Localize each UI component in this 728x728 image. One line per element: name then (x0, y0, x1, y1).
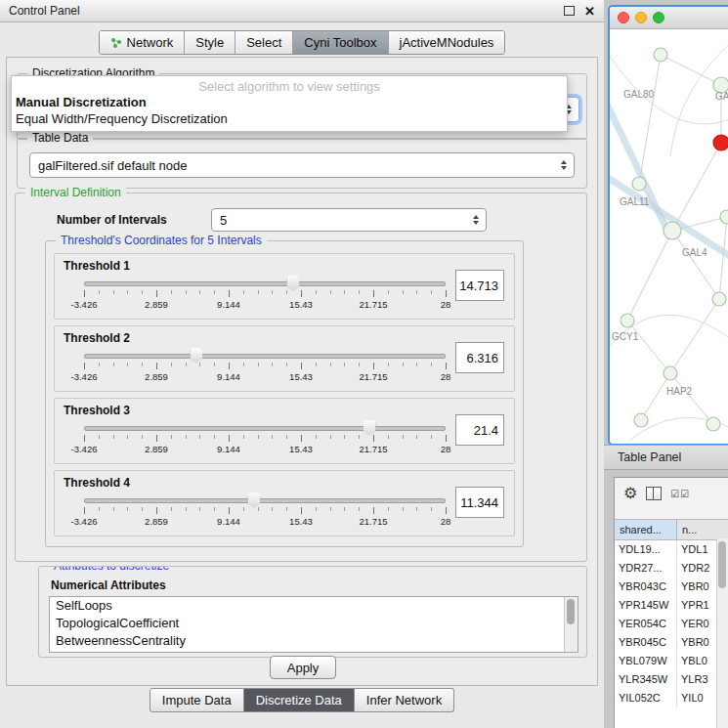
control-panel-titlebar: Control Panel ✕ (0, 0, 604, 22)
tab-impute-data[interactable]: Impute Data (150, 688, 244, 712)
slider-track[interactable] (84, 426, 446, 431)
screen: Control Panel ✕ Network Style (0, 0, 728, 728)
network-edge-thick[interactable] (610, 94, 666, 229)
tick-mark (214, 290, 215, 294)
close-icon[interactable]: ✕ (584, 5, 595, 18)
threshold-value-input[interactable]: 11.344 (455, 487, 504, 518)
table-row[interactable]: YDL19...YDL1 (615, 540, 728, 559)
slider-track[interactable] (84, 281, 446, 286)
tick-mark (99, 507, 100, 511)
list-scrollbar[interactable] (564, 597, 578, 652)
scrollbar-thumb[interactable] (567, 599, 575, 624)
table-row[interactable]: YBR043CYBR0 (615, 578, 728, 596)
tab-discretize-data[interactable]: Discretize Data (244, 688, 355, 712)
number-of-intervals-select[interactable]: 5 (211, 208, 487, 232)
network-edge[interactable] (639, 55, 661, 184)
minimize-traffic-light[interactable] (635, 12, 647, 23)
tick-mark (156, 290, 157, 297)
tick-mark (258, 507, 259, 511)
network-edge[interactable] (641, 373, 670, 420)
slider-track[interactable] (84, 354, 446, 359)
network-edge[interactable] (670, 373, 713, 424)
network-edge[interactable] (627, 231, 672, 321)
network-edge[interactable] (661, 55, 721, 85)
network-node[interactable] (654, 48, 667, 62)
network-node[interactable] (664, 366, 677, 380)
table-row[interactable]: YLR345WYLR3 (615, 670, 728, 689)
network-node-selected[interactable] (713, 135, 728, 150)
slider-thumb[interactable] (286, 276, 299, 291)
scrollbar-thumb[interactable] (718, 541, 726, 588)
threshold-value-input[interactable]: 6.316 (455, 342, 504, 373)
apply-button[interactable]: Apply (270, 656, 336, 679)
tab-style[interactable]: Style (184, 31, 235, 54)
tick-mark (229, 290, 230, 297)
close-traffic-light[interactable] (618, 12, 629, 23)
network-node[interactable] (712, 292, 726, 306)
table-data-select[interactable]: galFiltered.sif default node (29, 152, 575, 178)
tick-mark (344, 507, 345, 511)
tick-mark (214, 363, 215, 366)
slider-thumb[interactable] (190, 348, 202, 364)
table-row[interactable]: YPR145WYPR1 (615, 596, 728, 615)
numerical-attributes-list[interactable]: SelfLoopsTopologicalCoefficientBetweenne… (49, 596, 578, 653)
network-canvas[interactable]: GAL80GAGAL11GAL4GCY1HAP2 (610, 29, 728, 441)
network-edge[interactable] (719, 217, 727, 299)
network-node[interactable] (634, 413, 648, 427)
gear-icon[interactable]: ⚙ (623, 486, 637, 501)
network-node[interactable] (720, 210, 728, 224)
table-row[interactable]: YER054CYER0 (615, 615, 728, 633)
threshold-slider[interactable]: -3.4262.8599.14415.4321.71528 (84, 348, 446, 387)
list-item[interactable]: BetweennessCentrality (50, 632, 578, 650)
threshold-slider[interactable]: -3.4262.8599.14415.4321.71528 (84, 492, 446, 532)
table-panel-header[interactable]: Table Panel (604, 445, 728, 470)
threshold-slider[interactable]: -3.4262.8599.14415.4321.71528 (84, 420, 446, 459)
popup-option-manual-discretization[interactable]: Manual Discretization (12, 94, 567, 110)
tick-mark (388, 435, 389, 439)
network-node[interactable] (664, 222, 681, 239)
table-row[interactable]: YBR045CYBR0 (615, 633, 728, 652)
column-header-shared-name[interactable]: shared... (615, 520, 677, 539)
tab-jactivemnodules[interactable]: jActiveMNodules (388, 31, 505, 54)
slider-thumb[interactable] (247, 492, 260, 508)
table-cell: YPR145W (615, 596, 677, 615)
threshold-value-input[interactable]: 21.4 (455, 414, 504, 446)
network-edge[interactable] (670, 299, 719, 373)
list-item[interactable]: TopologicalCoefficient (50, 615, 578, 632)
network-node-label: GAL11 (620, 196, 650, 207)
network-edge[interactable] (627, 321, 670, 373)
tick-mark (127, 290, 128, 294)
float-window-icon[interactable] (564, 6, 575, 16)
list-item[interactable]: SelfLoops (50, 597, 578, 615)
tick-mark (359, 435, 360, 439)
slider-scale-label: 2.859 (145, 444, 168, 454)
table-row[interactable]: YDR27...YDR2 (615, 559, 728, 578)
threshold-slider[interactable]: -3.4262.8599.14415.4321.71528 (84, 276, 446, 315)
tab-cyni-toolbox[interactable]: Cyni Toolbox (292, 31, 387, 54)
network-node-label: GCY1 (612, 331, 639, 342)
select-columns-icons[interactable]: ☑☑ (670, 489, 690, 499)
tab-network[interactable]: Network (100, 31, 185, 54)
threshold-value-input[interactable]: 14.713 (455, 270, 504, 301)
table-scrollbar[interactable] (716, 538, 728, 728)
columns-icon[interactable] (646, 487, 662, 500)
network-node[interactable] (632, 177, 646, 191)
popup-option-equal-width[interactable]: Equal Width/Frequency Discretization (12, 110, 567, 127)
slider-scale-label: -3.426 (71, 444, 98, 454)
network-edge[interactable] (672, 143, 721, 231)
table-row[interactable]: YIL052CYIL0 (615, 689, 728, 707)
tab-infer-network[interactable]: Infer Network (355, 688, 454, 712)
network-node[interactable] (707, 417, 720, 431)
slider-thumb[interactable] (364, 420, 376, 436)
column-header-name[interactable]: n... (677, 520, 728, 539)
tick-mark (199, 363, 200, 366)
network-node[interactable] (621, 314, 634, 327)
tick-mark (316, 435, 317, 439)
slider-track[interactable] (84, 498, 446, 503)
table-row[interactable]: YBL079WYBL0 (615, 652, 728, 670)
zoom-traffic-light[interactable] (653, 12, 664, 23)
network-edge-thick[interactable] (610, 174, 728, 262)
tab-select[interactable]: Select (235, 31, 292, 54)
network-edge (610, 49, 728, 124)
tick-mark (99, 290, 100, 294)
